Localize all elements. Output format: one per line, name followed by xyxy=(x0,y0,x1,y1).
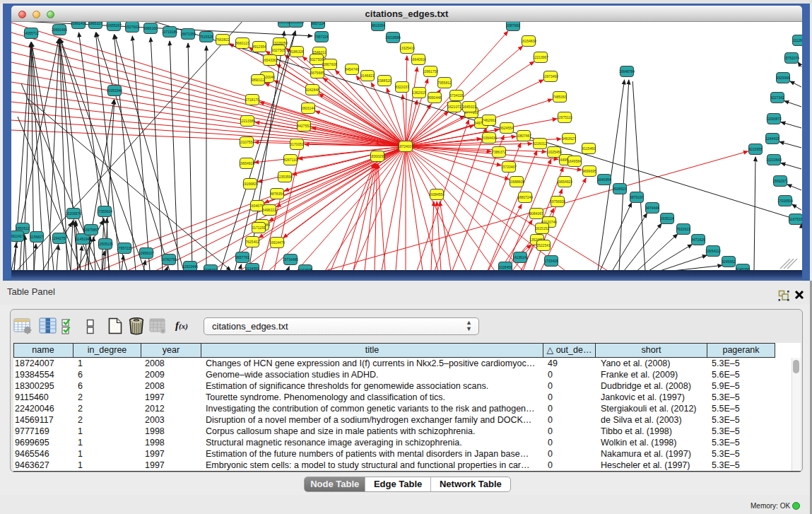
svg-text:2935114: 2935114 xyxy=(660,216,673,221)
svg-text:10958107: 10958107 xyxy=(139,251,154,255)
svg-text:9242848: 9242848 xyxy=(305,88,319,92)
svg-text:7462661: 7462661 xyxy=(482,118,496,122)
svg-text:16640910: 16640910 xyxy=(411,57,426,62)
svg-text:1588520: 1588520 xyxy=(377,78,392,83)
svg-text:7357224: 7357224 xyxy=(314,35,329,39)
svg-text:8857224: 8857224 xyxy=(311,22,325,25)
svg-text:9227342: 9227342 xyxy=(770,95,784,100)
svg-text:19166829: 19166829 xyxy=(242,182,258,186)
svg-text:8186328: 8186328 xyxy=(290,49,304,54)
svg-text:10025456: 10025456 xyxy=(546,150,562,154)
svg-text:15692971: 15692971 xyxy=(772,179,788,183)
svg-text:10655267: 10655267 xyxy=(106,23,122,28)
svg-text:12213389: 12213389 xyxy=(240,119,255,123)
svg-text:12942757: 12942757 xyxy=(52,236,67,240)
svg-text:9245099: 9245099 xyxy=(736,267,750,270)
svg-text:3171159: 3171159 xyxy=(252,226,265,230)
svg-text:2803144: 2803144 xyxy=(301,106,315,110)
svg-text:9329966: 9329966 xyxy=(776,76,790,80)
svg-text:9146821: 9146821 xyxy=(360,74,375,78)
svg-text:20053346: 20053346 xyxy=(107,88,122,93)
svg-text:1156827: 1156827 xyxy=(30,235,43,239)
svg-text:19384554: 19384554 xyxy=(429,192,445,197)
svg-text:16914479: 16914479 xyxy=(269,240,285,245)
svg-text:9084067: 9084067 xyxy=(529,211,543,216)
svg-text:1733426: 1733426 xyxy=(544,259,558,263)
svg-text:9327505: 9327505 xyxy=(271,48,286,52)
svg-text:8322037: 8322037 xyxy=(395,85,409,89)
svg-text:2867608: 2867608 xyxy=(323,62,337,66)
svg-text:19654923: 19654923 xyxy=(239,161,254,165)
svg-text:10961758: 10961758 xyxy=(423,69,438,74)
svg-text:6216012: 6216012 xyxy=(533,141,547,146)
svg-text:14136141: 14136141 xyxy=(512,255,528,259)
svg-text:9245002: 9245002 xyxy=(204,268,218,270)
svg-text:8878354: 8878354 xyxy=(270,192,284,196)
svg-text:19218586: 19218586 xyxy=(385,35,401,40)
svg-text:2718170: 2718170 xyxy=(245,98,259,102)
svg-text:16033809: 16033809 xyxy=(288,22,304,24)
svg-text:10719185: 10719185 xyxy=(162,30,177,34)
svg-text:18724007: 18724007 xyxy=(398,144,413,148)
svg-text:1649584: 1649584 xyxy=(567,159,582,163)
svg-text:1615152: 1615152 xyxy=(535,226,549,230)
svg-text:1244415: 1244415 xyxy=(765,136,779,141)
svg-text:9699695: 9699695 xyxy=(582,169,596,173)
svg-text:1167533: 1167533 xyxy=(789,217,802,221)
svg-text:10688609: 10688609 xyxy=(509,180,524,184)
svg-text:5675685: 5675685 xyxy=(310,71,324,75)
svg-text:3170051: 3170051 xyxy=(290,142,304,146)
svg-text:8660123: 8660123 xyxy=(235,41,249,45)
svg-text:8454749: 8454749 xyxy=(345,67,359,71)
svg-text:9463627: 9463627 xyxy=(562,136,576,141)
svg-text:12975115: 12975115 xyxy=(557,115,572,119)
svg-text:1112843: 1112843 xyxy=(793,38,802,42)
svg-text:15720407: 15720407 xyxy=(501,165,517,169)
svg-text:9245652: 9245652 xyxy=(722,259,736,264)
svg-text:1645021: 1645021 xyxy=(462,105,476,109)
svg-text:12505135: 12505135 xyxy=(98,242,113,246)
svg-text:7632621: 7632621 xyxy=(676,227,690,231)
svg-text:6879197: 6879197 xyxy=(630,195,644,199)
svg-text:18300295: 18300295 xyxy=(370,154,385,158)
svg-text:14055712: 14055712 xyxy=(23,31,39,35)
svg-text:8813054: 8813054 xyxy=(371,23,385,28)
svg-text:3911417: 3911417 xyxy=(11,234,24,238)
svg-text:8990448: 8990448 xyxy=(428,95,442,100)
svg-text:16782759: 16782759 xyxy=(161,257,177,262)
svg-text:2087682: 2087682 xyxy=(506,23,520,28)
svg-text:8471626: 8471626 xyxy=(691,238,705,242)
svg-text:20691406: 20691406 xyxy=(52,28,67,32)
svg-text:1850512: 1850512 xyxy=(16,226,30,230)
svg-text:8267110: 8267110 xyxy=(283,158,297,162)
svg-text:10654112: 10654112 xyxy=(705,249,721,253)
svg-text:9115460: 9115460 xyxy=(582,146,595,151)
svg-text:1145194: 1145194 xyxy=(76,237,89,241)
svg-text:7386372: 7386372 xyxy=(492,150,506,154)
svg-text:9890112: 9890112 xyxy=(251,78,264,82)
svg-text:7955812: 7955812 xyxy=(437,81,452,85)
svg-text:5498222: 5498222 xyxy=(262,208,276,212)
svg-text:19756928: 19756928 xyxy=(550,199,565,204)
svg-text:17016504: 17016504 xyxy=(777,199,793,203)
svg-text:9657791: 9657791 xyxy=(235,255,249,259)
svg-text:15716485: 15716485 xyxy=(283,257,298,262)
svg-text:8938923: 8938923 xyxy=(613,187,627,191)
svg-text:1527602: 1527602 xyxy=(125,25,139,29)
svg-text:9242505: 9242505 xyxy=(298,268,312,270)
svg-text:7625402: 7625402 xyxy=(245,240,259,244)
svg-text:1362615: 1362615 xyxy=(412,90,426,95)
svg-text:20891408: 20891408 xyxy=(71,22,86,25)
svg-text:16543362: 16543362 xyxy=(262,58,278,62)
svg-text:1028456: 1028456 xyxy=(498,265,512,269)
svg-text:13325419: 13325419 xyxy=(399,46,415,50)
svg-text:10975867: 10975867 xyxy=(83,228,99,232)
svg-text:9327506: 9327506 xyxy=(310,57,324,62)
svg-text:9474444: 9474444 xyxy=(645,206,659,210)
svg-text:16671355: 16671355 xyxy=(180,32,196,36)
svg-text:9134551: 9134551 xyxy=(245,267,259,270)
svg-text:16648784: 16648784 xyxy=(619,69,635,74)
svg-text:15751074: 15751074 xyxy=(784,56,799,60)
svg-text:12093872: 12093872 xyxy=(766,117,782,121)
svg-text:8912954: 8912954 xyxy=(252,45,266,49)
